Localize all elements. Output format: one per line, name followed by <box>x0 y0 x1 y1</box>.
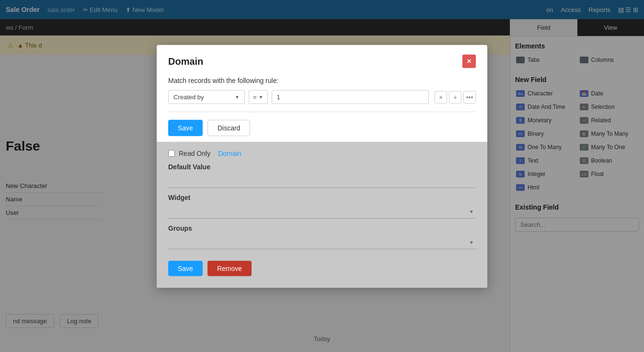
widget-select[interactable] <box>168 205 476 219</box>
readonly-label: Read Only <box>179 150 210 157</box>
modal-divider <box>168 112 476 112</box>
rule-field-selector[interactable]: Created by ▼ <box>168 90 245 104</box>
readonly-row: Read Only Domain <box>168 150 476 157</box>
rule-op-chevron: ▼ <box>259 94 264 100</box>
modal-save-btn[interactable]: Save <box>168 120 203 136</box>
rule-operator-label: = <box>253 94 257 101</box>
rule-value-input[interactable] <box>272 90 429 104</box>
groups-label: Groups <box>168 224 476 232</box>
form-bg-section: Read Only Domain Default Value Widget Gr… <box>157 142 487 288</box>
rule-field-label: Created by <box>173 94 204 101</box>
modal-discard-btn[interactable]: Discard <box>207 120 250 136</box>
widget-label: Widget <box>168 194 476 201</box>
rule-text: Match records with the following rule: <box>168 77 476 84</box>
modal-header: Domain × <box>168 55 476 68</box>
rule-clear-btn[interactable]: × <box>435 91 447 103</box>
rule-operator-selector[interactable]: = ▼ <box>249 90 268 104</box>
default-value-input[interactable] <box>168 175 476 188</box>
modal-close-btn[interactable]: × <box>462 55 476 68</box>
rule-field-chevron: ▼ <box>235 94 240 100</box>
modal-footer-top: Save Discard <box>168 120 476 136</box>
default-value-label: Default Value <box>168 163 476 171</box>
rule-add-btn[interactable]: + <box>449 91 461 103</box>
modal-title: Domain <box>168 56 203 67</box>
domain-modal: Domain × Match records with the followin… <box>157 45 487 288</box>
form-remove-btn[interactable]: Remove <box>207 261 252 276</box>
form-footer: Save Remove <box>168 261 476 276</box>
groups-select-wrapper <box>168 236 476 249</box>
rule-more-btn[interactable]: ••• <box>463 91 476 103</box>
form-save-btn[interactable]: Save <box>168 261 203 276</box>
domain-link[interactable]: Domain <box>218 150 241 157</box>
rule-actions: × + ••• <box>435 91 476 103</box>
groups-select[interactable] <box>168 236 476 249</box>
readonly-checkbox[interactable] <box>168 150 175 157</box>
rule-row: Created by ▼ = ▼ × + ••• <box>168 90 476 104</box>
widget-select-wrapper <box>168 205 476 219</box>
